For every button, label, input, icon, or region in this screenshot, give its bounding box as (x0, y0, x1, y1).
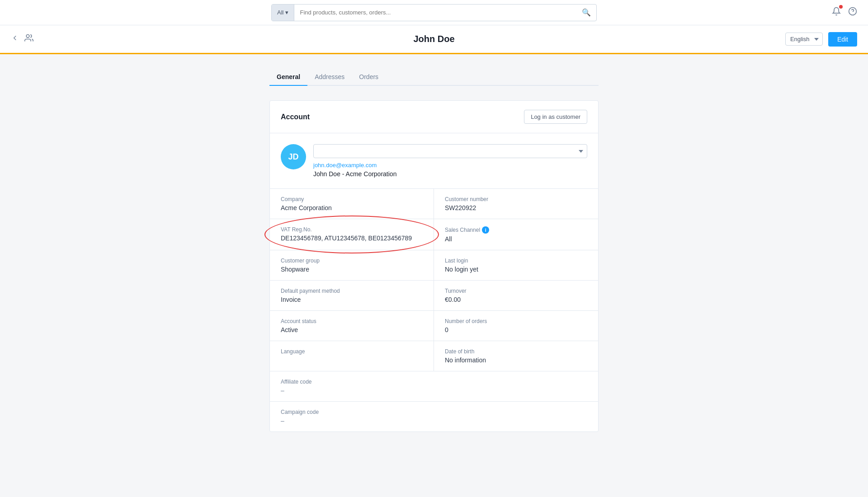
company-value: Acme Corporation (281, 204, 423, 211)
page-title: John Doe (413, 34, 454, 44)
language-label: Language (281, 348, 423, 355)
detail-campaign-code: Campaign code – (270, 402, 598, 431)
customer-group-value: Shopware (281, 266, 423, 273)
customer-group-label: Customer group (281, 258, 423, 264)
back-button[interactable] (11, 34, 19, 44)
detail-sales-channel: Sales Channel i All (434, 219, 598, 250)
detail-last-login: Last login No login yet (434, 250, 598, 281)
date-of-birth-label: Date of birth (445, 348, 587, 355)
detail-language: Language (270, 341, 434, 371)
sales-channel-info-icon[interactable]: i (482, 226, 489, 234)
customer-name-company: John Doe - Acme Corporation (313, 170, 587, 178)
vat-value: DE123456789, ATU12345678, BE0123456789 (281, 234, 423, 242)
search-input[interactable] (294, 5, 576, 21)
language-select[interactable]: English (785, 33, 823, 46)
campaign-code-value: – (281, 417, 587, 424)
svg-point-2 (26, 35, 29, 38)
detail-account-status: Account status Active (270, 311, 434, 341)
customer-profile: JD john.doe@example.com John Doe - Acme … (270, 133, 598, 189)
detail-vat: VAT Reg.No. DE123456789, ATU12345678, BE… (270, 219, 434, 250)
search-button[interactable]: 🔍 (576, 5, 596, 21)
avatar: JD (281, 144, 306, 169)
edit-button[interactable]: Edit (828, 32, 857, 47)
help-icon[interactable] (848, 7, 857, 18)
affiliate-code-label: Affiliate code (281, 379, 587, 385)
company-label: Company (281, 196, 423, 202)
turnover-label: Turnover (445, 288, 587, 294)
account-status-value: Active (281, 326, 423, 333)
detail-company: Company Acme Corporation (270, 189, 434, 219)
details-grid: Company Acme Corporation Customer number… (270, 189, 598, 431)
main-content: General Addresses Orders Account Log in … (262, 54, 606, 446)
affiliate-code-value: – (281, 387, 587, 394)
turnover-value: €0.00 (445, 296, 587, 303)
date-of-birth-value: No information (445, 356, 587, 364)
campaign-code-label: Campaign code (281, 409, 587, 415)
last-login-label: Last login (445, 258, 587, 264)
search-all-button[interactable]: All ▾ (272, 5, 294, 21)
tab-orders[interactable]: Orders (352, 69, 386, 86)
search-container: All ▾ 🔍 (271, 4, 597, 21)
default-payment-value: Invoice (281, 296, 423, 303)
tab-addresses[interactable]: Addresses (307, 69, 352, 86)
customer-number-value: SW220922 (445, 204, 587, 211)
sales-channel-value: All (445, 235, 587, 243)
detail-default-payment: Default payment method Invoice (270, 281, 434, 311)
detail-customer-group: Customer group Shopware (270, 250, 434, 281)
notification-badge (839, 5, 843, 9)
customer-info: john.doe@example.com John Doe - Acme Cor… (313, 144, 587, 178)
number-of-orders-label: Number of orders (445, 318, 587, 324)
vat-label: VAT Reg.No. (281, 226, 423, 233)
account-title: Account (281, 113, 310, 121)
last-login-value: No login yet (445, 266, 587, 273)
tabs: General Addresses Orders (269, 69, 599, 86)
notification-bell[interactable] (832, 7, 841, 18)
login-as-customer-button[interactable]: Log in as customer (524, 110, 587, 124)
detail-customer-number: Customer number SW220922 (434, 189, 598, 219)
customer-dropdown[interactable] (313, 144, 587, 158)
detail-turnover: Turnover €0.00 (434, 281, 598, 311)
tab-general[interactable]: General (269, 69, 307, 86)
account-header: Account Log in as customer (270, 101, 598, 133)
detail-number-of-orders: Number of orders 0 (434, 311, 598, 341)
search-icon: 🔍 (582, 9, 591, 16)
detail-date-of-birth: Date of birth No information (434, 341, 598, 371)
account-status-label: Account status (281, 318, 423, 324)
detail-affiliate-code: Affiliate code – (270, 371, 598, 402)
topbar: All ▾ 🔍 (0, 0, 868, 25)
topbar-right (832, 7, 857, 18)
number-of-orders-value: 0 (445, 326, 587, 333)
account-card: Account Log in as customer JD john.doe@e… (269, 100, 599, 432)
chevron-down-icon: ▾ (285, 9, 288, 16)
customer-number-label: Customer number (445, 196, 587, 202)
sales-channel-label: Sales Channel i (445, 226, 587, 234)
subheader-right: English Edit (785, 32, 857, 47)
customer-icon-button[interactable] (24, 33, 33, 45)
search-all-label: All (277, 9, 283, 16)
default-payment-label: Default payment method (281, 288, 423, 294)
customer-email: john.doe@example.com (313, 162, 587, 169)
subheader: John Doe English Edit (0, 25, 868, 54)
